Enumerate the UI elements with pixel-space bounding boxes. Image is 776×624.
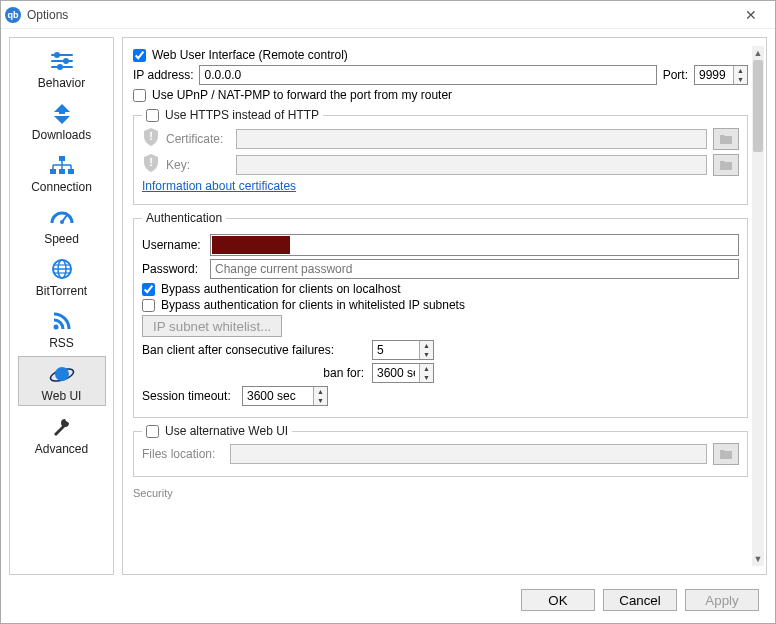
bypass-localhost-check[interactable] [142,283,155,296]
port-spinner[interactable]: ▲▼ [694,65,748,85]
ban-for-label: ban for: [142,366,366,380]
sliders-icon [47,48,77,74]
sidebar-item-label: BitTorrent [36,284,87,298]
files-location-browse-button [713,443,739,465]
altui-checkbox[interactable]: Use alternative Web UI [146,424,288,438]
ban-after-spinner[interactable]: ▲▼ [372,340,434,360]
session-timeout-spinner[interactable]: ▲▼ [242,386,328,406]
titlebar: qb Options ✕ [1,1,775,29]
auth-legend: Authentication [142,211,226,225]
svg-point-4 [64,59,68,63]
ban-after-label: Ban client after consecutive failures: [142,343,366,357]
sidebar-item-label: RSS [49,336,74,350]
spin-down-icon[interactable]: ▼ [420,373,433,382]
svg-point-5 [58,65,62,69]
svg-rect-7 [50,169,56,174]
certificates-info-link[interactable]: Information about certificates [142,179,296,193]
upnp-check[interactable] [133,89,146,102]
ip-whitelist-button: IP subnet whitelist... [142,315,282,337]
rss-icon [47,308,77,334]
sidebar: Behavior Downloads Connection Speed [9,37,114,575]
certificate-input [236,129,707,149]
username-input[interactable] [212,236,290,254]
svg-rect-9 [68,169,74,174]
sidebar-item-label: Web UI [42,389,82,403]
username-label: Username: [142,238,204,252]
upnp-label: Use UPnP / NAT-PMP to forward the port f… [152,88,452,102]
svg-text:!: ! [149,130,153,142]
ok-button[interactable]: OK [521,589,595,611]
svg-point-3 [55,53,59,57]
sidebar-item-connection[interactable]: Connection [18,148,106,196]
close-icon[interactable]: ✕ [731,7,771,23]
password-input[interactable] [210,259,739,279]
sidebar-item-advanced[interactable]: Advanced [18,410,106,458]
spin-up-icon[interactable]: ▲ [734,66,747,75]
bypass-whitelist-checkbox[interactable]: Bypass authentication for clients in whi… [142,298,739,312]
spin-down-icon[interactable]: ▼ [734,75,747,84]
session-timeout-input[interactable] [243,387,313,405]
svg-rect-6 [59,156,65,161]
folder-icon [719,159,733,171]
shield-icon: ! [142,127,160,150]
scroll-thumb[interactable] [753,60,763,152]
scroll-up-icon[interactable]: ▲ [752,46,764,60]
altui-check[interactable] [146,425,159,438]
sidebar-item-downloads[interactable]: Downloads [18,96,106,144]
password-label: Password: [142,262,204,276]
files-location-label: Files location: [142,447,224,461]
bypass-localhost-checkbox[interactable]: Bypass authentication for clients on loc… [142,282,739,296]
key-browse-button [713,154,739,176]
svg-point-24 [55,367,69,381]
bypass-whitelist-check[interactable] [142,299,155,312]
security-header-cutoff: Security [133,487,748,499]
spin-up-icon[interactable]: ▲ [314,387,327,396]
port-label: Port: [663,68,688,82]
sidebar-item-label: Speed [44,232,79,246]
key-label: Key: [166,158,230,172]
certificate-label: Certificate: [166,132,230,146]
body: Behavior Downloads Connection Speed [1,29,775,583]
folder-icon [719,133,733,145]
enable-webui-checkbox[interactable]: Web User Interface (Remote control) [133,48,748,62]
https-checkbox[interactable]: Use HTTPS instead of HTTP [146,108,319,122]
scroll-down-icon[interactable]: ▼ [752,552,764,566]
certificate-browse-button [713,128,739,150]
sidebar-item-bittorrent[interactable]: BitTorrent [18,252,106,300]
sidebar-item-label: Behavior [38,76,85,90]
https-label: Use HTTPS instead of HTTP [165,108,319,122]
spin-up-icon[interactable]: ▲ [420,341,433,350]
app-icon: qb [5,7,21,23]
ban-after-input[interactable] [373,341,419,359]
spin-down-icon[interactable]: ▼ [420,350,433,359]
folder-icon [719,448,733,460]
content-panel: Web User Interface (Remote control) IP a… [122,37,767,575]
sidebar-item-label: Downloads [32,128,91,142]
sidebar-item-behavior[interactable]: Behavior [18,44,106,92]
https-check[interactable] [146,109,159,122]
spin-down-icon[interactable]: ▼ [314,396,327,405]
spin-up-icon[interactable]: ▲ [420,364,433,373]
enable-webui-check[interactable] [133,49,146,62]
sidebar-item-speed[interactable]: Speed [18,200,106,248]
port-input[interactable] [695,66,733,84]
altui-label: Use alternative Web UI [165,424,288,438]
dialog-footer: OK Cancel Apply [1,583,775,623]
download-icon [47,100,77,126]
window-title: Options [27,8,731,22]
network-icon [47,152,77,178]
ip-address-label: IP address: [133,68,193,82]
cancel-button[interactable]: Cancel [603,589,677,611]
session-timeout-label: Session timeout: [142,389,236,403]
apply-button: Apply [685,589,759,611]
key-input [236,155,707,175]
sidebar-item-webui[interactable]: Web UI [18,356,106,406]
sidebar-item-rss[interactable]: RSS [18,304,106,352]
options-window: qb Options ✕ Behavior Downloads [0,0,776,624]
content-scrollbar[interactable]: ▲ ▼ [752,46,764,566]
upnp-checkbox[interactable]: Use UPnP / NAT-PMP to forward the port f… [133,88,748,102]
files-location-input [230,444,707,464]
ip-address-input[interactable] [199,65,656,85]
ban-for-spinner[interactable]: ▲▼ [372,363,434,383]
ban-for-input[interactable] [373,364,419,382]
